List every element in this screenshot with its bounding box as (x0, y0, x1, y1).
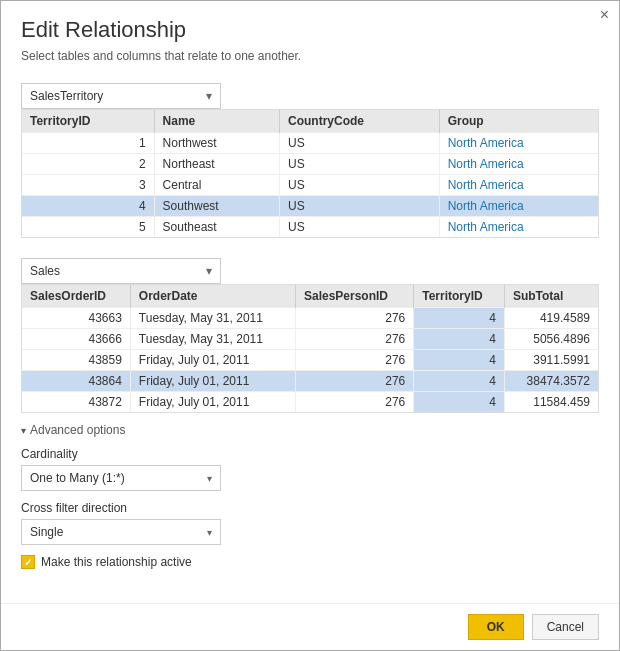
crossfilter-label: Cross filter direction (21, 501, 599, 515)
cell-group: North America (439, 217, 598, 238)
cell-territoryid2: 4 (414, 308, 505, 329)
col-group: Group (439, 110, 598, 133)
cell-salespersonid: 276 (295, 350, 413, 371)
table-row[interactable]: 43663 Tuesday, May 31, 2011 276 4 419.45… (22, 308, 598, 329)
cell-name: Central (154, 175, 279, 196)
table2: SalesOrderID OrderDate SalesPersonID Ter… (22, 285, 598, 412)
cell-countrycode: US (280, 133, 440, 154)
close-button[interactable]: × (600, 7, 609, 23)
table-row[interactable]: 43859 Friday, July 01, 2011 276 4 3911.5… (22, 350, 598, 371)
table2-section: Sales ▾ SalesOrderID OrderDate SalesPers… (21, 258, 599, 413)
table1-dropdown-arrow: ▾ (206, 89, 212, 103)
cell-salesorderid: 43663 (22, 308, 130, 329)
table2-dropdown-arrow: ▾ (206, 264, 212, 278)
cell-subtotal: 5056.4896 (504, 329, 598, 350)
cell-name: Southeast (154, 217, 279, 238)
cell-salesorderid: 43666 (22, 329, 130, 350)
active-checkbox[interactable]: ✓ (21, 555, 35, 569)
advanced-section: ▾ Advanced options Cardinality One to Ma… (21, 423, 599, 569)
cell-name: Northwest (154, 133, 279, 154)
checkmark-icon: ✓ (24, 557, 32, 568)
cell-orderdate: Friday, July 01, 2011 (130, 371, 295, 392)
advanced-toggle[interactable]: ▾ Advanced options (21, 423, 599, 437)
table1-wrapper: TerritoryID Name CountryCode Group 1 Nor… (21, 109, 599, 238)
crossfilter-dropdown[interactable]: Single ▾ (21, 519, 221, 545)
active-checkbox-row[interactable]: ✓ Make this relationship active (21, 555, 599, 569)
cell-countrycode: US (280, 217, 440, 238)
table2-wrapper: SalesOrderID OrderDate SalesPersonID Ter… (21, 284, 599, 413)
table-row[interactable]: 43666 Tuesday, May 31, 2011 276 4 5056.4… (22, 329, 598, 350)
table-row[interactable]: 43872 Friday, July 01, 2011 276 4 11584.… (22, 392, 598, 413)
cell-salespersonid: 276 (295, 308, 413, 329)
col-countrycode: CountryCode (280, 110, 440, 133)
cell-salesorderid: 43859 (22, 350, 130, 371)
table-row[interactable]: 5 Southeast US North America (22, 217, 598, 238)
cell-territoryid: 1 (22, 133, 154, 154)
dialog-body: SalesTerritory ▾ TerritoryID Name Countr… (1, 83, 619, 603)
cell-salesorderid: 43864 (22, 371, 130, 392)
col-subtotal: SubTotal (504, 285, 598, 308)
cell-territoryid2: 4 (414, 350, 505, 371)
cell-orderdate: Friday, July 01, 2011 (130, 392, 295, 413)
cell-salespersonid: 276 (295, 371, 413, 392)
cell-name: Northeast (154, 154, 279, 175)
cell-group: North America (439, 196, 598, 217)
cardinality-dropdown[interactable]: One to Many (1:*) ▾ (21, 465, 221, 491)
cell-territoryid: 2 (22, 154, 154, 175)
cell-subtotal: 3911.5991 (504, 350, 598, 371)
table1-section: SalesTerritory ▾ TerritoryID Name Countr… (21, 83, 599, 238)
cardinality-group: Cardinality One to Many (1:*) ▾ (21, 447, 599, 491)
cell-subtotal: 38474.3572 (504, 371, 598, 392)
table-row[interactable]: 1 Northwest US North America (22, 133, 598, 154)
cell-territoryid: 5 (22, 217, 154, 238)
table-row[interactable]: 2 Northeast US North America (22, 154, 598, 175)
col-name: Name (154, 110, 279, 133)
crossfilter-group: Cross filter direction Single ▾ (21, 501, 599, 545)
cell-territoryid: 4 (22, 196, 154, 217)
cell-orderdate: Friday, July 01, 2011 (130, 350, 295, 371)
cell-countrycode: US (280, 196, 440, 217)
cell-subtotal: 419.4589 (504, 308, 598, 329)
cardinality-value: One to Many (1:*) (30, 471, 125, 485)
cell-orderdate: Tuesday, May 31, 2011 (130, 308, 295, 329)
cardinality-label: Cardinality (21, 447, 599, 461)
cell-group: North America (439, 154, 598, 175)
crossfilter-value: Single (30, 525, 63, 539)
cell-salesorderid: 43872 (22, 392, 130, 413)
col-territoryid2: TerritoryID (414, 285, 505, 308)
cell-countrycode: US (280, 175, 440, 196)
dialog-subtitle: Select tables and columns that relate to… (21, 49, 599, 63)
cell-territoryid2: 4 (414, 392, 505, 413)
active-checkbox-label: Make this relationship active (41, 555, 192, 569)
cell-territoryid2: 4 (414, 371, 505, 392)
table-row[interactable]: 3 Central US North America (22, 175, 598, 196)
table-row[interactable]: 4 Southwest US North America (22, 196, 598, 217)
cell-salespersonid: 276 (295, 329, 413, 350)
table2-dropdown[interactable]: Sales ▾ (21, 258, 221, 284)
cell-salespersonid: 276 (295, 392, 413, 413)
col-orderdate: OrderDate (130, 285, 295, 308)
col-salespersonid: SalesPersonID (295, 285, 413, 308)
table-row[interactable]: 43864 Friday, July 01, 2011 276 4 38474.… (22, 371, 598, 392)
table1: TerritoryID Name CountryCode Group 1 Nor… (22, 110, 598, 237)
cell-group: North America (439, 133, 598, 154)
cell-territoryid: 3 (22, 175, 154, 196)
advanced-toggle-label: Advanced options (30, 423, 125, 437)
col-territoryid: TerritoryID (22, 110, 154, 133)
advanced-chevron-icon: ▾ (21, 425, 26, 436)
ok-button[interactable]: OK (468, 614, 524, 640)
col-salesorderid: SalesOrderID (22, 285, 130, 308)
cell-countrycode: US (280, 154, 440, 175)
crossfilter-dropdown-arrow: ▾ (207, 527, 212, 538)
cell-name: Southwest (154, 196, 279, 217)
dialog-title: Edit Relationship (21, 17, 599, 43)
cell-group: North America (439, 175, 598, 196)
cardinality-dropdown-arrow: ▾ (207, 473, 212, 484)
dialog-footer: OK Cancel (1, 603, 619, 650)
edit-relationship-dialog: × Edit Relationship Select tables and co… (0, 0, 620, 651)
table2-dropdown-value: Sales (30, 264, 60, 278)
table1-dropdown[interactable]: SalesTerritory ▾ (21, 83, 221, 109)
cell-subtotal: 11584.459 (504, 392, 598, 413)
table1-dropdown-value: SalesTerritory (30, 89, 103, 103)
cancel-button[interactable]: Cancel (532, 614, 599, 640)
